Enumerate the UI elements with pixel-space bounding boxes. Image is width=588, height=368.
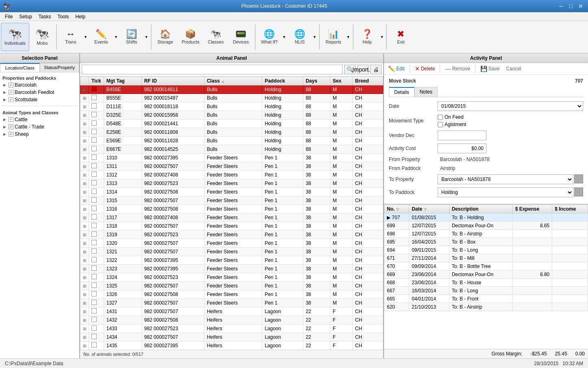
remove-button[interactable]: — Remove: [443, 65, 472, 73]
search-input[interactable]: [82, 65, 343, 74]
shifts-button[interactable]: 🔄 Shifts: [119, 23, 144, 51]
act-col-income[interactable]: $ Income: [552, 205, 588, 213]
individuals-button[interactable]: 🐄 Individuals: [1, 23, 29, 51]
tree-cattle[interactable]: ▶ Cattle: [2, 116, 78, 123]
activity-row[interactable]: 670 09/09/2014 To: B - Bottle Tree: [384, 262, 588, 270]
animal-row[interactable]: ⊞ E569E 982 000011628 Bulls Holding 88 M…: [80, 137, 383, 145]
activity-row[interactable]: 694 09/01/2015 To: B - Long: [384, 246, 588, 254]
activity-cost-input[interactable]: [438, 144, 486, 153]
activity-row[interactable]: 698 12/07/2015 To: B - Airstrip: [384, 230, 588, 238]
tick-cell[interactable]: [89, 128, 104, 137]
whatif-dropdown[interactable]: ▼: [282, 23, 287, 51]
tick-cell[interactable]: [89, 188, 104, 196]
help-dropdown[interactable]: ▼: [380, 23, 385, 51]
animal-row[interactable]: ⊞ D325E 982 000015958 Bulls Holding 88 M…: [80, 111, 383, 120]
to-property-select[interactable]: Barcoolah - NA501878: [438, 174, 573, 184]
tick-cell[interactable]: [89, 290, 104, 299]
tick-cell[interactable]: [89, 324, 104, 333]
date-select[interactable]: 01/08/2015: [438, 101, 583, 111]
tick-cell[interactable]: [89, 94, 104, 102]
tick-checkbox[interactable]: [91, 129, 97, 134]
tick-checkbox[interactable]: [91, 334, 97, 339]
tick-cell[interactable]: [89, 120, 104, 128]
shifts-dropdown[interactable]: ▼: [144, 23, 149, 51]
close-button[interactable]: ✕: [577, 2, 585, 10]
events-dropdown[interactable]: ▼: [113, 23, 119, 51]
barcoolah-checkbox[interactable]: [9, 83, 13, 87]
tick-cell[interactable]: [89, 265, 104, 273]
tab-status-property[interactable]: Status/Property: [40, 63, 80, 72]
tick-checkbox[interactable]: [91, 206, 97, 211]
animal-row[interactable]: ⊞ 1327 982 000027507 Feeder Steers Pen 1…: [80, 299, 383, 307]
animal-row[interactable]: ⊞ 1318 982 000027507 Feeder Steers Pen 1…: [80, 222, 383, 231]
activity-row[interactable]: 668 23/06/2014 To: B - House: [384, 279, 588, 287]
products-button[interactable]: 📦 Products: [178, 23, 203, 51]
tick-checkbox[interactable]: [91, 155, 97, 160]
tick-cell[interactable]: [89, 154, 104, 162]
animal-row[interactable]: ⊞ 1314 982 000027508 Feeder Steers Pen 1…: [80, 188, 383, 196]
tick-checkbox[interactable]: [91, 248, 97, 254]
tab-location-class[interactable]: Location/Class: [0, 63, 40, 72]
tick-cell[interactable]: [89, 85, 104, 94]
tick-cell[interactable]: [89, 162, 104, 171]
animal-row[interactable]: ⊞ 1433 982 000027523 Heifers Lagoon 22 F…: [80, 324, 383, 333]
tick-checkbox[interactable]: [91, 172, 97, 177]
tick-checkbox[interactable]: [91, 317, 97, 322]
tick-cell[interactable]: [89, 307, 104, 316]
activity-row[interactable]: 699 12/07/2015 Dectomax Pour-On 8.65: [384, 222, 588, 230]
tick-cell[interactable]: [89, 205, 104, 213]
animal-row[interactable]: ⊞ 1313 982 000027523 Feeder Steers Pen 1…: [80, 179, 383, 188]
activity-row[interactable]: 695 16/04/2015 To: B - Box: [384, 238, 588, 246]
whatif-button[interactable]: 🌐 What If?: [257, 23, 282, 51]
activity-row[interactable]: ▶ 707 01/08/2015 To: B - Holding: [384, 213, 588, 222]
animal-row[interactable]: ⊞ 1311 982 000027507 Feeder Steers Pen 1…: [80, 162, 383, 171]
menu-help[interactable]: Help: [72, 13, 89, 20]
tick-cell[interactable]: [89, 239, 104, 248]
agistment-checkbox[interactable]: [438, 122, 443, 127]
animal-row[interactable]: ⊞ D548E 982 000021441 Bulls Holding 88 M…: [80, 120, 383, 128]
tick-checkbox[interactable]: [91, 86, 97, 91]
tick-cell[interactable]: [89, 299, 104, 307]
animal-row[interactable]: ⊞ D111E 982 000018118 Bulls Holding 88 M…: [80, 102, 383, 111]
tree-scottsdale[interactable]: ▶ Scottsdale: [2, 96, 78, 103]
col-tick[interactable]: Tick: [89, 77, 104, 85]
act-col-desc[interactable]: Description: [449, 205, 512, 213]
animal-row[interactable]: ⊞ 1317 982 000027408 Feeder Steers Pen 1…: [80, 213, 383, 222]
tick-checkbox[interactable]: [91, 95, 97, 100]
animal-row[interactable]: ⊞ 1310 982 000027395 Feeder Steers Pen 1…: [80, 154, 383, 162]
tick-cell[interactable]: [89, 273, 104, 282]
animal-row[interactable]: ⊞ 1432 982 000027508 Heifers Lagoon 22 F…: [80, 316, 383, 324]
devices-button[interactable]: 📟 Devices: [229, 23, 253, 51]
storage-button[interactable]: 🏠 Storage: [153, 23, 178, 51]
minimize-button[interactable]: ─: [557, 2, 565, 10]
to-property-btn[interactable]: [574, 174, 583, 183]
cattle-trade-checkbox[interactable]: [9, 124, 13, 129]
menu-tasks[interactable]: Tasks: [35, 13, 54, 20]
cattle-checkbox[interactable]: [9, 117, 13, 122]
tick-cell[interactable]: [89, 256, 104, 265]
animal-row[interactable]: ⊞ 1323 982 000027395 Feeder Steers Pen 1…: [80, 265, 383, 273]
menu-setup[interactable]: Setup: [16, 13, 35, 20]
print-button[interactable]: 🖨: [370, 65, 382, 74]
on-feed-checkbox[interactable]: [438, 115, 443, 120]
events-button[interactable]: ✏️ Events: [89, 23, 113, 51]
tree-cattle-trade[interactable]: ▶ Cattle - Trade: [2, 123, 78, 131]
tick-checkbox[interactable]: [91, 163, 97, 168]
exit-button[interactable]: ✖ Exit: [388, 23, 413, 51]
animal-row[interactable]: ⊞ 1326 982 000027508 Feeder Steers Pen 1…: [80, 290, 383, 299]
tick-cell[interactable]: [89, 102, 104, 111]
col-days[interactable]: Days: [303, 77, 330, 85]
tick-checkbox[interactable]: [91, 146, 97, 151]
act-col-date[interactable]: Date ▽: [409, 205, 449, 213]
tab-notes[interactable]: Notes: [414, 87, 438, 97]
to-paddock-select[interactable]: Holding: [438, 187, 573, 197]
tick-cell[interactable]: [89, 222, 104, 231]
tree-barcoolah-feedlot[interactable]: ▶ Barcoolah Feedlot: [2, 89, 78, 96]
act-col-no[interactable]: No. ▽: [384, 205, 409, 213]
barcoolah-feedlot-checkbox[interactable]: [9, 90, 13, 95]
tick-checkbox[interactable]: [91, 283, 97, 288]
activity-row[interactable]: 667 16/03/2014 To: B - Long: [384, 287, 588, 295]
menu-file[interactable]: File: [2, 13, 16, 20]
tick-checkbox[interactable]: [91, 180, 97, 185]
animal-row[interactable]: ⊞ 1316 982 000027508 Feeder Steers Pen 1…: [80, 205, 383, 213]
